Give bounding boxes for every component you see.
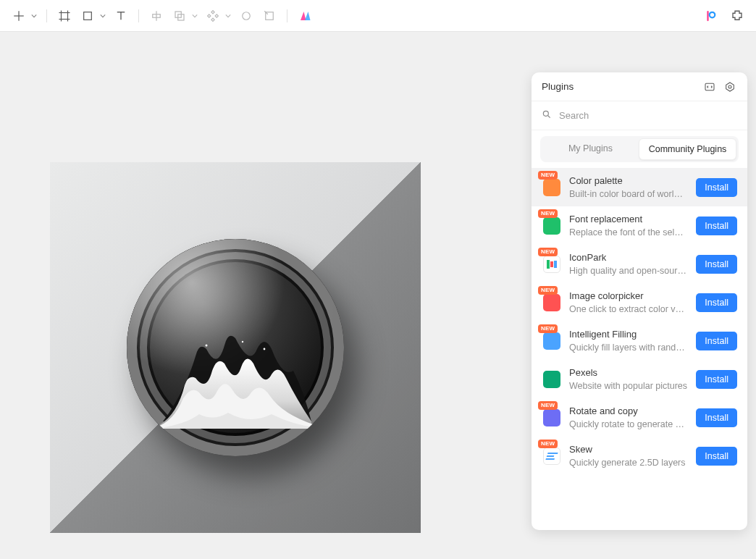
plugin-item[interactable]: NEWIconParkHigh quality and open-source …	[532, 245, 747, 283]
install-button[interactable]: Install	[696, 447, 737, 466]
plugin-text: SkewQuickly generate 2.5D layers	[569, 444, 687, 468]
svg-point-21	[206, 345, 208, 347]
new-badge: NEW	[538, 248, 558, 256]
plugins-search-input[interactable]	[559, 110, 737, 121]
plugin-description: Replace the font of the select…	[569, 227, 687, 238]
svg-rect-6	[84, 12, 92, 20]
install-button[interactable]: Install	[696, 178, 737, 197]
ai-tool-icon[interactable]	[296, 7, 314, 25]
component-tool-icon[interactable]	[204, 7, 222, 25]
plugin-description: One click to extract color valu…	[569, 304, 687, 314]
new-badge: NEW	[538, 286, 558, 295]
plugin-name: Color palette	[569, 175, 687, 186]
plugin-item[interactable]: NEWFont replacementReplace the font of t…	[532, 206, 747, 245]
plugin-name: Rotate and copy	[569, 405, 687, 416]
plugins-panel-header: Plugins	[532, 72, 747, 101]
plugin-description: Built-in color board of world-r…	[569, 189, 687, 199]
plugin-icon	[543, 179, 560, 196]
tab-community-plugins[interactable]: Community Plugins	[639, 138, 736, 160]
plugins-tabs: My Plugins Community Plugins	[532, 130, 747, 168]
plugin-text: IconParkHigh quality and open-source i…	[569, 252, 687, 276]
plugin-dev-icon[interactable]	[702, 80, 717, 94]
plugin-description: Website with popular pictures	[569, 381, 687, 391]
plugin-description: Quickly rotate to generate cop…	[569, 419, 687, 429]
plugin-name: Font replacement	[569, 214, 687, 224]
svg-line-19	[264, 11, 268, 14]
plugins-panel-title: Plugins	[542, 81, 697, 92]
svg-rect-15	[208, 14, 211, 17]
svg-rect-16	[215, 14, 218, 17]
install-button[interactable]: Install	[696, 370, 737, 389]
new-badge: NEW	[538, 171, 558, 180]
search-icon	[542, 109, 552, 122]
plugins-icon[interactable]	[728, 7, 746, 25]
move-tool-chevron-icon[interactable]	[30, 13, 38, 19]
frame-tool-icon[interactable]	[56, 7, 73, 25]
plugin-description: High quality and open-source i…	[569, 266, 687, 276]
plugin-name: Skew	[569, 444, 687, 455]
shape-tool-icon[interactable]	[79, 7, 96, 25]
svg-rect-24	[705, 83, 714, 90]
plugin-name: IconPark	[569, 252, 687, 263]
svg-point-22	[242, 341, 243, 342]
plugin-text: PexelsWebsite with popular pictures	[569, 367, 687, 391]
mountain-illustration	[156, 306, 315, 429]
plugin-settings-icon[interactable]	[723, 80, 737, 94]
crop-tool-icon[interactable]	[261, 7, 278, 25]
canvas-area[interactable]: Plugins	[0, 32, 756, 559]
plugin-text: Intelligent FillingQuickly fill layers w…	[569, 329, 687, 353]
install-button[interactable]: Install	[696, 408, 737, 427]
plugin-text: Rotate and copyQuickly rotate to generat…	[569, 405, 687, 429]
component-tool-chevron-icon[interactable]	[224, 13, 232, 19]
svg-point-27	[543, 111, 548, 116]
toolbar-separator	[138, 9, 139, 22]
tab-my-plugins[interactable]: My Plugins	[542, 138, 639, 160]
plugin-icon	[543, 217, 560, 235]
svg-line-28	[548, 116, 550, 118]
new-badge: NEW	[538, 209, 558, 218]
svg-rect-14	[211, 18, 214, 21]
svg-marker-25	[726, 83, 734, 91]
top-toolbar	[0, 0, 756, 32]
plugin-icon	[543, 256, 560, 273]
install-button[interactable]: Install	[696, 255, 737, 274]
boolean-tool-chevron-icon[interactable]	[191, 13, 198, 19]
install-button[interactable]: Install	[696, 332, 737, 350]
plugin-item[interactable]: NEWIntelligent FillingQuickly fill layer…	[532, 321, 747, 360]
plugin-icon	[543, 371, 560, 388]
boolean-tool-icon[interactable]	[171, 7, 188, 25]
svg-rect-13	[211, 10, 214, 13]
artboard-image[interactable]	[50, 162, 421, 533]
plugin-text: Font replacementReplace the font of the …	[569, 214, 687, 238]
brand-logo-icon[interactable]	[702, 7, 720, 25]
plugin-icon	[543, 409, 560, 426]
align-tool-icon[interactable]	[148, 7, 165, 25]
shape-tool-chevron-icon[interactable]	[99, 13, 106, 19]
plugin-name: Intelligent Filling	[569, 329, 687, 340]
plugin-description: Quickly generate 2.5D layers	[569, 458, 687, 468]
install-button[interactable]: Install	[696, 293, 737, 312]
plugin-item[interactable]: PexelsWebsite with popular picturesInsta…	[532, 360, 747, 398]
plugin-item[interactable]: NEWSkewQuickly generate 2.5D layersInsta…	[532, 437, 747, 475]
plugin-icon	[543, 447, 560, 465]
svg-point-26	[728, 85, 731, 88]
plugins-search[interactable]	[532, 101, 747, 130]
new-badge: NEW	[538, 440, 558, 448]
svg-point-23	[264, 348, 266, 350]
install-button[interactable]: Install	[696, 217, 737, 235]
svg-point-20	[710, 12, 715, 18]
plugin-item[interactable]: NEWImage colorpickerOne click to extract…	[532, 283, 747, 321]
plugin-text: Color paletteBuilt-in color board of wor…	[569, 175, 687, 199]
plugin-text: Image colorpickerOne click to extract co…	[569, 290, 687, 314]
mask-tool-icon[interactable]	[238, 7, 255, 25]
plugins-list[interactable]: NEWColor paletteBuilt-in color board of …	[532, 168, 747, 530]
plugin-item[interactable]: NEWColor paletteBuilt-in color board of …	[532, 168, 747, 206]
plugin-item[interactable]: NEWRotate and copyQuickly rotate to gene…	[532, 398, 747, 437]
plugin-name: Image colorpicker	[569, 290, 687, 301]
text-tool-icon[interactable]	[112, 7, 130, 25]
plugins-panel: Plugins	[532, 72, 747, 530]
plugin-name: Pexels	[569, 367, 687, 378]
plugin-description: Quickly fill layers with random …	[569, 342, 687, 353]
move-tool-icon[interactable]	[10, 7, 28, 25]
svg-point-17	[243, 12, 251, 20]
